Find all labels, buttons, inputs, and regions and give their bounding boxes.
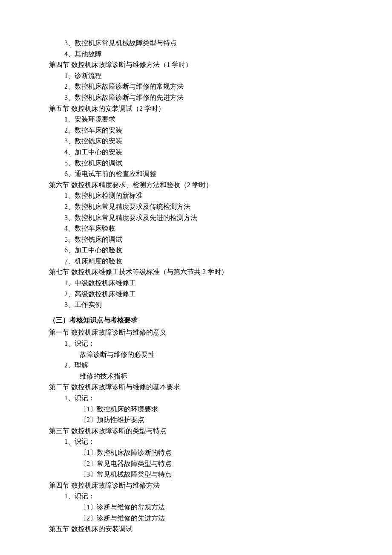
list-item: 4、加工中心的安装 xyxy=(49,147,343,158)
list-item: 5、数控铣床的调试 xyxy=(49,234,343,245)
list-item: 6、加工中心的验收 xyxy=(49,245,343,256)
list-item: 1、中级数控机床维修工 xyxy=(49,278,343,289)
list-item: 维修的技术指标 xyxy=(49,371,343,382)
list-item: 〔1〕数控机床的环境要求 xyxy=(49,404,343,415)
list-item: 〔1〕诊断与维修的常规方法 xyxy=(49,502,343,513)
list-item: 3、数控机床常见精度要求及先进的检测方法 xyxy=(49,212,343,223)
section-title: 第一节 数控机床故障诊断与维修的意义 xyxy=(49,327,343,338)
section-title: 第四节 数控机床故障诊断与维修方法（1 学时） xyxy=(49,59,343,70)
sub-label: 2、理解 xyxy=(49,360,343,371)
section-title: 第五节 数控机床的安装调试 xyxy=(49,523,343,535)
section-title: 第七节 数控机床维修工技术等级标准（与第六节共 2 学时） xyxy=(49,266,343,278)
list-item: 5、数控机床的调试 xyxy=(49,158,343,169)
list-item: 2、数控车床的安装 xyxy=(49,125,343,136)
sub-label: 1、识记： xyxy=(49,491,343,502)
list-item: 1、诊断流程 xyxy=(49,70,343,81)
sub-label: 1、识记： xyxy=(49,338,343,349)
list-item: 6、通电试车前的检查应和调整 xyxy=(49,168,343,179)
heading-assessment: （三）考核知识点与考核要求 xyxy=(49,315,343,326)
list-item: 1、数控机床检测的新标准 xyxy=(49,190,343,201)
list-item: 4、其他故障 xyxy=(49,49,343,60)
list-item: 〔2〕诊断与维修的先进方法 xyxy=(49,513,343,524)
section-title: 第四节 数控机床故障诊断与维修方法 xyxy=(49,480,343,491)
list-item: 3、数控机床常见机械故障类型与特点 xyxy=(49,38,343,49)
section-title: 第六节 数控机床精度要求、检测方法和验收（2 学时） xyxy=(49,179,343,191)
sub-label: 1、识记： xyxy=(49,436,343,447)
section-title: 第三节 数控机床故障诊断的类型与特点 xyxy=(49,425,343,436)
list-item: 7、机床精度的验收 xyxy=(49,256,343,267)
list-item: 2、数控机床故障诊断与维修的常规方法 xyxy=(49,81,343,92)
list-item: 〔2〕常见电器故障类型与特点 xyxy=(49,458,343,469)
list-item: 3、工作实例 xyxy=(49,299,343,310)
list-item: 3、数控铣床的安装 xyxy=(49,136,343,147)
list-item: 故障诊断与维修的必要性 xyxy=(49,349,343,360)
list-item: 〔3〕常见机械故障类型与特点 xyxy=(49,469,343,480)
section-title: 第二节 数控机床故障诊断与维修的基本要求 xyxy=(49,382,343,393)
list-item: 3、数控机床故障诊断与维修的先进方法 xyxy=(49,92,343,103)
list-item: 4、数控车床验收 xyxy=(49,223,343,234)
list-item: 〔2〕预防性维护要点 xyxy=(49,414,343,425)
sub-label: 1、识记： xyxy=(49,393,343,404)
section-title: 第五节 数控机床的安装调试（2 学时） xyxy=(49,103,343,114)
list-item: 2、高级数控机床维修工 xyxy=(49,289,343,300)
list-item: 2、数控机床常见精度要求及传统检测方法 xyxy=(49,201,343,212)
list-item: 〔1〕数控机床故障诊断的特点 xyxy=(49,447,343,458)
list-item: 1、安装环境要求 xyxy=(49,114,343,125)
